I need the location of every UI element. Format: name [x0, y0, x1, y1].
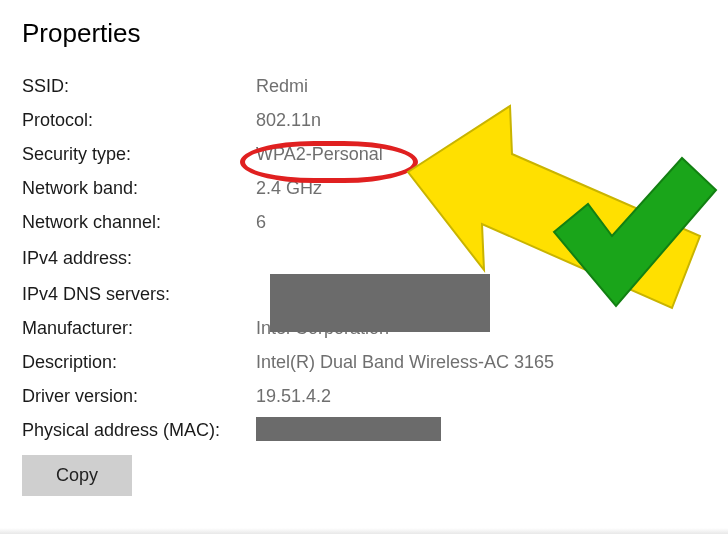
value-band: 2.4 GHz: [256, 179, 322, 197]
properties-panel: Properties SSID: Redmi Protocol: 802.11n…: [0, 0, 728, 504]
row-protocol: Protocol: 802.11n: [22, 103, 706, 137]
label-dns: IPv4 DNS servers:: [22, 285, 256, 303]
row-ssid: SSID: Redmi: [22, 69, 706, 103]
value-description: Intel(R) Dual Band Wireless-AC 3165: [256, 353, 554, 371]
bottom-edge: [0, 528, 728, 534]
value-security: WPA2-Personal: [256, 145, 383, 163]
label-channel: Network channel:: [22, 213, 256, 231]
row-mac: Physical address (MAC):: [22, 413, 706, 447]
row-security: Security type: WPA2-Personal: [22, 137, 706, 171]
value-protocol: 802.11n: [256, 111, 321, 129]
value-ssid: Redmi: [256, 77, 308, 95]
redacted-mac: [256, 417, 441, 441]
row-channel: Network channel: 6: [22, 205, 706, 239]
row-band: Network band: 2.4 GHz: [22, 171, 706, 205]
value-driver: 19.51.4.2: [256, 387, 331, 405]
row-description: Description: Intel(R) Dual Band Wireless…: [22, 345, 706, 379]
copy-button[interactable]: Copy: [22, 455, 132, 496]
label-driver: Driver version:: [22, 387, 256, 405]
label-description: Description:: [22, 353, 256, 371]
row-driver: Driver version: 19.51.4.2: [22, 379, 706, 413]
label-security: Security type:: [22, 145, 256, 163]
page-title: Properties: [22, 18, 706, 49]
label-protocol: Protocol:: [22, 111, 256, 129]
value-channel: 6: [256, 213, 266, 231]
label-manufacturer: Manufacturer:: [22, 319, 256, 337]
label-mac: Physical address (MAC):: [22, 421, 256, 439]
label-ipv4: IPv4 address:: [22, 249, 256, 267]
redacted-ipv4-dns: [270, 274, 490, 332]
label-band: Network band:: [22, 179, 256, 197]
row-ipv4: IPv4 address:: [22, 239, 706, 277]
label-ssid: SSID:: [22, 77, 256, 95]
